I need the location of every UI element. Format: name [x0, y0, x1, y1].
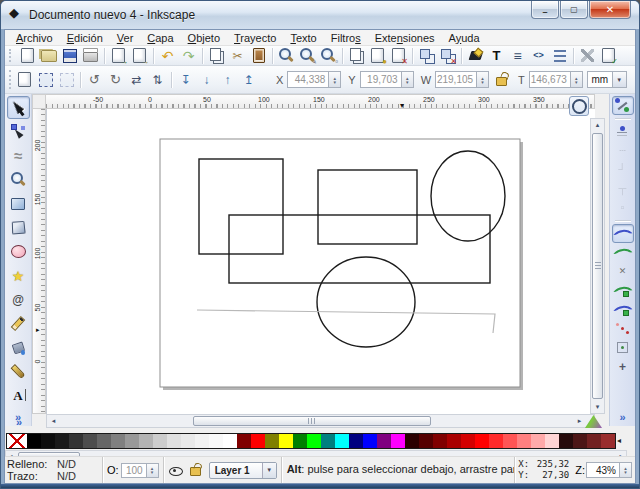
palette-swatch[interactable]	[587, 434, 601, 448]
star-tool[interactable]: ★	[7, 264, 30, 287]
palette-swatch[interactable]	[405, 434, 419, 448]
lock-ratio-button[interactable]	[493, 72, 509, 88]
node-editor-tool[interactable]	[7, 120, 30, 143]
select-all[interactable]	[15, 70, 34, 89]
selector-tool[interactable]	[7, 96, 30, 119]
palette-swatch[interactable]	[531, 434, 545, 448]
horizontal-scroll-thumb[interactable]	[193, 416, 431, 426]
palette-swatch[interactable]	[223, 434, 237, 448]
xml-editor[interactable]: <>	[529, 46, 548, 65]
palette-swatch[interactable]	[83, 434, 97, 448]
menu-filtros[interactable]: Filtros	[324, 30, 368, 46]
palette-scroll-left-icon[interactable]	[617, 436, 621, 445]
snap-path-intersections[interactable]: ✕	[612, 262, 634, 281]
menu-archivo[interactable]: Archivo	[9, 30, 60, 46]
flip-horizontal[interactable]: ⇄	[127, 70, 146, 89]
undo[interactable]: ↶	[158, 46, 177, 65]
palette-swatch[interactable]	[489, 434, 503, 448]
x-field[interactable]: 44,338▴▾	[287, 71, 341, 88]
palette-swatch[interactable]	[209, 434, 223, 448]
rotate-cw[interactable]: ↻	[106, 70, 125, 89]
spinner-arrows-icon[interactable]: ▴▾	[402, 71, 414, 88]
horizontal-scrollbar[interactable]	[46, 414, 595, 428]
spinner-arrows-icon[interactable]: ▴▾	[620, 462, 632, 478]
raise[interactable]: ↑	[218, 70, 237, 89]
palette-swatch[interactable]	[111, 434, 125, 448]
palette-swatch[interactable]	[139, 434, 153, 448]
palette-swatch[interactable]	[419, 434, 433, 448]
lower-to-bottom[interactable]: ↧	[176, 70, 195, 89]
zoom-spinbox[interactable]: 43%▴▾	[586, 462, 632, 478]
chevron-down-icon[interactable]: ▼	[262, 463, 276, 478]
palette-swatch[interactable]	[517, 434, 531, 448]
align-dialog[interactable]	[550, 46, 569, 65]
palette-swatch[interactable]	[335, 434, 349, 448]
palette-swatch[interactable]	[293, 434, 307, 448]
palette-swatch[interactable]	[279, 434, 293, 448]
select-all-layers[interactable]	[36, 70, 55, 89]
paste[interactable]	[249, 46, 268, 65]
rotate-ccw[interactable]: ↺	[85, 70, 104, 89]
lower[interactable]: ↓	[197, 70, 216, 89]
menu-edicion[interactable]: Edición	[60, 30, 110, 46]
snapbar-overflow[interactable]: »	[616, 411, 628, 423]
opacity-spinbox[interactable]: 100▴▾	[121, 463, 159, 478]
palette-swatch[interactable]	[125, 434, 139, 448]
layer-lock-icon[interactable]	[188, 463, 201, 478]
menu-extensiones[interactable]: Extensiones	[368, 30, 442, 46]
palette-swatch[interactable]	[167, 434, 181, 448]
menu-ver[interactable]: Ver	[110, 30, 141, 46]
rectangle-tool[interactable]	[7, 192, 30, 215]
zoom-page[interactable]: ▫	[319, 46, 338, 65]
palette-swatch[interactable]	[559, 434, 573, 448]
snap-bbox-corners[interactable]: ┘	[612, 160, 634, 179]
y-field[interactable]: 19,703▴▾	[360, 71, 414, 88]
palette-swatch[interactable]	[377, 434, 391, 448]
snap-midpoints[interactable]	[612, 319, 634, 338]
snap-rotation-centers[interactable]: +	[612, 357, 634, 376]
palette-swatch[interactable]	[41, 434, 55, 448]
palette-swatch[interactable]	[7, 434, 27, 448]
palette-swatch[interactable]	[195, 434, 209, 448]
vertical-ruler[interactable]: 200150100500	[32, 109, 46, 414]
raise-to-top[interactable]: ↥	[239, 70, 258, 89]
canvas[interactable]	[46, 109, 595, 414]
drawing-svg[interactable]	[47, 109, 595, 414]
zoom-drawing[interactable]: ✎	[298, 46, 317, 65]
horizontal-ruler[interactable]: -50050100150200250300350	[46, 94, 595, 109]
deselect[interactable]	[57, 70, 76, 89]
palette-swatch[interactable]	[321, 434, 335, 448]
snap-bbox-centers[interactable]: ▫	[612, 198, 634, 217]
close-button[interactable]	[589, 1, 631, 19]
layer-visibility-eye-icon[interactable]	[168, 463, 183, 478]
snap-bbox-edge-midpoints[interactable]: ┬	[612, 179, 634, 198]
copy[interactable]	[207, 46, 226, 65]
snap-bbox-edges[interactable]: ┄	[612, 141, 634, 160]
palette-swatch[interactable]	[97, 434, 111, 448]
document-properties[interactable]: ✓	[599, 46, 618, 65]
layers-dialog[interactable]: ≡	[508, 46, 527, 65]
spinner-arrows-icon[interactable]: ▴▾	[477, 71, 489, 88]
canvas-corner-button[interactable]	[569, 96, 589, 116]
new-document[interactable]	[18, 46, 37, 65]
palette-swatch[interactable]	[69, 434, 83, 448]
unit-dropdown[interactable]: mm ▼	[587, 71, 627, 88]
duplicate[interactable]	[347, 46, 366, 65]
scroll-down-icon[interactable]	[591, 401, 604, 413]
snap-paths[interactable]	[612, 243, 634, 262]
snap-smooth-nodes[interactable]	[612, 300, 634, 319]
palette-swatch[interactable]	[153, 434, 167, 448]
menu-objeto[interactable]: Objeto	[181, 30, 227, 46]
spinner-arrows-icon[interactable]: ▴▾	[571, 71, 583, 88]
palette-swatch[interactable]	[475, 434, 489, 448]
scroll-up-icon[interactable]	[591, 119, 604, 131]
fill-stroke-dialog[interactable]	[466, 46, 485, 65]
import-document[interactable]: →	[109, 46, 128, 65]
pencil-tool[interactable]	[7, 312, 30, 335]
toolbar-grip[interactable]	[9, 49, 14, 62]
layer-selector[interactable]: Layer 1 ▼	[209, 462, 277, 479]
chevron-down-icon[interactable]: ▼	[613, 71, 627, 88]
calligraphy-tool[interactable]	[7, 360, 30, 383]
print-document[interactable]	[81, 46, 100, 65]
toolbar-grip[interactable]	[9, 70, 11, 89]
